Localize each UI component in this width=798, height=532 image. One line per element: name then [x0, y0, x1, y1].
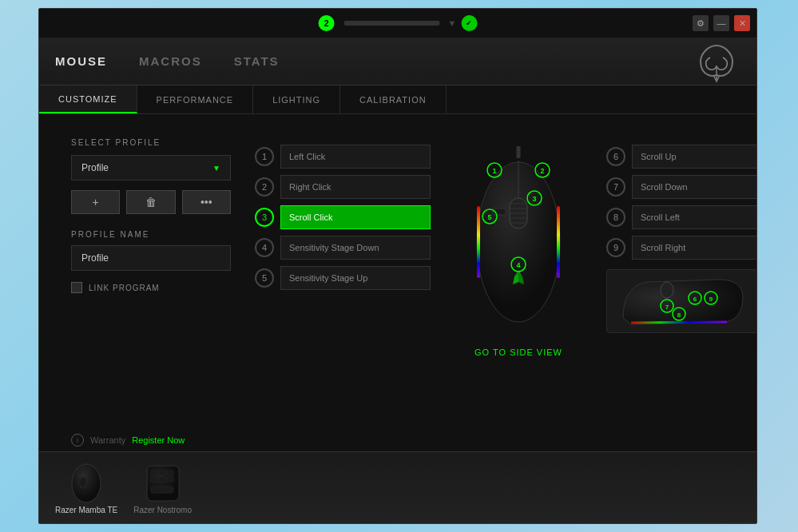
mouse-diagram: 1 2 3 4 5	[455, 146, 582, 338]
device-nostromo-image	[143, 461, 183, 501]
button-mapping-row-2: 2 Right Click	[255, 175, 431, 199]
button-number-3: 3	[255, 208, 274, 227]
svg-rect-39	[151, 486, 173, 493]
svg-text:1: 1	[492, 167, 496, 175]
svg-rect-38	[167, 477, 173, 482]
device-nostromo[interactable]: Razer Nostromo	[133, 461, 192, 514]
nav-macros[interactable]: MACROS	[139, 54, 202, 68]
button-number-5: 5	[255, 268, 274, 288]
right-button-number-6: 6	[606, 147, 625, 166]
svg-rect-36	[151, 477, 157, 482]
button-number-1: 1	[255, 147, 274, 166]
button-number-2: 2	[255, 177, 274, 197]
more-options-button[interactable]: •••	[182, 190, 231, 214]
right-button-number-8: 8	[606, 208, 625, 227]
right-button-label-6[interactable]: Scroll Up	[632, 145, 757, 169]
nav-stats[interactable]: STATS	[234, 54, 280, 68]
svg-point-22	[661, 282, 673, 298]
subnav-calibration[interactable]: CALIBRATION	[340, 85, 447, 113]
svg-text:3: 3	[532, 195, 536, 203]
profile-action-buttons: + 🗑 •••	[71, 190, 231, 214]
button-label-2[interactable]: Right Click	[280, 175, 431, 199]
right-button-row-6: 6 Scroll Up	[606, 145, 757, 169]
svg-text:5: 5	[487, 213, 491, 221]
right-button-label-9[interactable]: Scroll Right	[632, 236, 757, 260]
register-now-link[interactable]: Register Now	[132, 435, 185, 445]
warranty-row: i Warranty Register Now	[71, 434, 185, 447]
titlebar-progress-bar	[344, 21, 440, 26]
side-view-link[interactable]: SIDE VIEW	[510, 347, 562, 357]
button-mapping-row-3: 3 Scroll Click	[255, 205, 431, 229]
button-number-4: 4	[255, 238, 274, 257]
svg-rect-3	[557, 206, 560, 278]
svg-rect-35	[167, 470, 173, 475]
minimize-button[interactable]: —	[713, 15, 729, 31]
goto-text: GO TO SIDE VIEW	[474, 347, 562, 357]
button-mapping-row-1: 1 Left Click	[255, 145, 431, 169]
mouse-side-thumbnail: 6 7 8 9	[606, 269, 757, 333]
main-window: 2 ▼ ✓ ⚙ — ✕ MOUSE MACROS STATS	[38, 8, 757, 524]
svg-rect-32	[80, 477, 86, 488]
svg-text:7: 7	[665, 304, 669, 311]
sub-navigation: CUSTOMIZE PERFORMANCE LIGHTING CALIBRATI…	[39, 85, 756, 114]
warranty-text: Warranty	[90, 435, 125, 445]
right-button-label-8[interactable]: Scroll Left	[632, 205, 757, 229]
svg-text:6: 6	[693, 296, 697, 303]
select-profile-label: SELECT PROFILE	[71, 138, 231, 147]
device-nostromo-label: Razer Nostromo	[133, 506, 192, 514]
goto-label: GO TO	[474, 347, 506, 357]
side-mouse-svg: 6 7 8 9	[607, 270, 757, 333]
device-mamba-te[interactable]: Razer Mamba TE	[55, 461, 117, 514]
device-mamba-te-label: Razer Mamba TE	[55, 506, 117, 514]
device-bar: Razer Mamba TE	[39, 451, 756, 523]
button-label-5[interactable]: Sensitivity Stage Up	[280, 266, 431, 290]
header: MOUSE MACROS STATS	[39, 38, 756, 85]
main-content: SELECT PROFILE Profile ▼ + 🗑 ••• PROFILE…	[39, 114, 756, 453]
link-program-label: LINK PROGRAM	[89, 284, 160, 292]
razer-logo	[693, 42, 740, 81]
button-label-3[interactable]: Scroll Click	[280, 205, 431, 229]
dropdown-arrow-icon: ▼	[212, 164, 220, 173]
profile-badge-area: 2 ▼ ✓	[319, 15, 478, 31]
right-button-row-9: 9 Scroll Right	[606, 236, 757, 260]
svg-rect-2	[477, 206, 480, 278]
svg-text:9: 9	[709, 296, 713, 303]
main-nav: MOUSE MACROS STATS	[55, 54, 280, 68]
close-button[interactable]: ✕	[734, 15, 750, 31]
button-mapping-row-4: 4 Sensitivity Stage Down	[255, 236, 431, 260]
titlebar-icons: ⚙ — ✕	[693, 15, 750, 31]
profile-number-badge: 2	[319, 15, 335, 31]
right-button-number-7: 7	[606, 177, 625, 197]
right-button-row-7: 7 Scroll Down	[606, 175, 757, 199]
svg-text:4: 4	[516, 261, 520, 269]
device-mamba-te-image	[66, 461, 106, 501]
svg-rect-33	[151, 470, 157, 475]
svg-rect-34	[159, 470, 165, 475]
subnav-performance[interactable]: PERFORMANCE	[137, 85, 254, 113]
profile-dropdown[interactable]: Profile ▼	[71, 155, 231, 181]
right-button-number-9: 9	[606, 238, 625, 257]
button-label-1[interactable]: Left Click	[280, 145, 431, 169]
right-button-label-7[interactable]: Scroll Down	[632, 175, 757, 199]
mouse-svg: 1 2 3 4 5	[455, 146, 582, 338]
settings-icon-button[interactable]: ⚙	[693, 15, 709, 31]
profile-dropdown-value: Profile	[81, 162, 109, 173]
right-mapping-panel: 6 Scroll Up 7 Scroll Down 8 Scroll Left …	[606, 138, 757, 429]
nav-mouse[interactable]: MOUSE	[55, 54, 107, 68]
button-label-4[interactable]: Sensitivity Stage Down	[280, 236, 431, 260]
link-program-checkbox[interactable]	[71, 282, 82, 293]
subnav-lighting[interactable]: LIGHTING	[253, 85, 340, 113]
profile-name-label: PROFILE NAME	[71, 230, 231, 239]
svg-text:2: 2	[540, 167, 544, 175]
mouse-diagram-area: 1 2 3 4 5 GO TO SIDE VIEW	[455, 138, 582, 429]
button-mapping-row-5: 5 Sensitivity Stage Up	[255, 266, 431, 290]
add-profile-button[interactable]: +	[71, 190, 120, 214]
svg-rect-37	[159, 477, 165, 482]
subnav-customize[interactable]: CUSTOMIZE	[39, 85, 137, 113]
svg-text:8: 8	[677, 312, 681, 319]
profile-name-input[interactable]	[71, 245, 231, 271]
delete-profile-button[interactable]: 🗑	[126, 190, 175, 214]
titlebar: 2 ▼ ✓ ⚙ — ✕	[39, 9, 756, 38]
right-button-row-8: 8 Scroll Left	[606, 205, 757, 229]
button-mapping-panel: 1 Left Click 2 Right Click 3 Scroll Clic…	[255, 138, 431, 429]
